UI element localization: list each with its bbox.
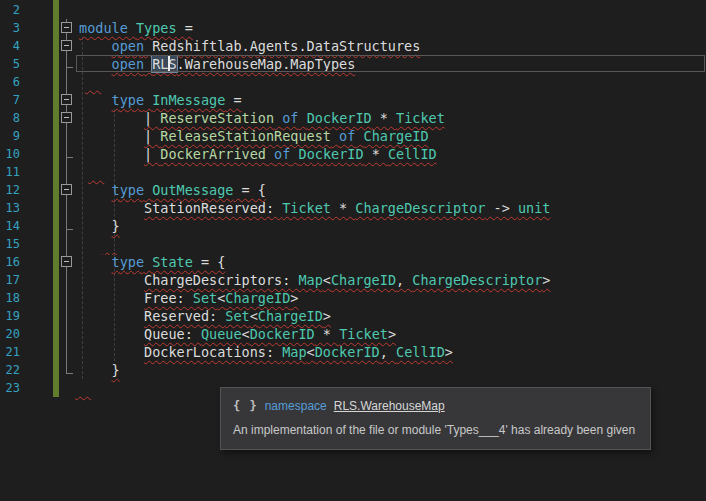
code-token: |: [144, 110, 160, 126]
code-token: = {: [233, 182, 266, 198]
code-line[interactable]: ChargeDescriptors: Map<ChargeID, ChargeD…: [144, 271, 550, 289]
code-line[interactable]: Reserved: Set<ChargeID>: [144, 307, 331, 325]
type-token: State: [152, 254, 193, 270]
code-token: ->: [485, 200, 518, 216]
fold-collapse-toggle[interactable]: [61, 184, 72, 195]
keyword-token: type: [112, 254, 145, 270]
code-line[interactable]: }: [112, 361, 120, 379]
code-token: >: [323, 308, 331, 324]
type-token: Queue: [201, 326, 242, 342]
text-caret: [168, 56, 170, 71]
fold-collapse-toggle[interactable]: [61, 40, 72, 51]
code-token: >: [542, 272, 550, 288]
code-token: [144, 92, 152, 108]
fold-collapse-toggle[interactable]: [61, 22, 72, 33]
code-token: <: [242, 326, 250, 342]
error-tooltip: { } namespace RLS.WarehouseMap An implem…: [220, 387, 651, 450]
code-token: *: [315, 326, 339, 342]
line-number: 7: [0, 91, 20, 109]
code-token: StationReserved:: [144, 200, 282, 216]
code-line[interactable]: type State = {: [112, 253, 226, 271]
code-line[interactable]: type OutMessage = {: [112, 181, 266, 199]
code-token: >: [290, 290, 298, 306]
code-token: <: [307, 344, 315, 360]
line-number: 8: [0, 109, 20, 127]
minus-icon: [64, 117, 69, 118]
type-token: Ticket: [282, 200, 331, 216]
fold-guide-line: [66, 55, 67, 73]
fold-region-end: [66, 229, 73, 230]
code-line[interactable]: Queue: Queue<DockerID * Ticket>: [144, 325, 396, 343]
fold-collapse-toggle[interactable]: [61, 94, 72, 105]
code-line[interactable]: | ReserveStation of DockerID * Ticket: [144, 109, 445, 127]
type-token: Ticket: [339, 326, 388, 342]
line-number: 18: [0, 289, 20, 307]
code-token: [274, 110, 282, 126]
line-number: 14: [0, 217, 20, 235]
type-token: Set: [193, 290, 217, 306]
line-number: 11: [0, 163, 20, 181]
minus-icon: [64, 27, 69, 28]
code-line[interactable]: module Types =: [79, 19, 193, 37]
type-token: CellID: [396, 344, 445, 360]
fold-guide-line: [66, 235, 67, 253]
line-number: 16: [0, 253, 20, 271]
code-token: >: [388, 326, 396, 342]
fold-guide-line: [66, 73, 67, 91]
code-line[interactable]: DockerLocations: Map<DockerID, CellID>: [144, 343, 453, 361]
code-line[interactable]: type InMessage =: [112, 91, 242, 109]
code-line[interactable]: open Redshiftlab.Agents.DataStructures: [112, 37, 421, 55]
fold-guide-line: [66, 145, 67, 163]
line-number: 12: [0, 181, 20, 199]
line-number: 3: [0, 19, 20, 37]
type-token: DockerID: [315, 344, 380, 360]
fold-guide-line: [66, 217, 67, 235]
minus-icon: [64, 189, 69, 190]
fold-region-end: [66, 157, 73, 158]
fold-guide-line: [66, 199, 67, 217]
code-token: [128, 20, 136, 36]
code-token: [355, 128, 363, 144]
line-number: 17: [0, 271, 20, 289]
fold-guide-line: [66, 343, 67, 361]
line-number: 21: [0, 343, 20, 361]
line-number: 2: [0, 1, 20, 19]
type-token: InMessage: [152, 92, 225, 108]
line-number: 19: [0, 307, 20, 325]
code-token: <: [250, 308, 258, 324]
fold-region-end: [66, 373, 73, 374]
fold-guide-line: [66, 289, 67, 307]
keyword-token: of: [282, 110, 298, 126]
type-token: ChargeDescriptor: [355, 200, 485, 216]
code-token: [290, 146, 298, 162]
fold-collapse-toggle[interactable]: [61, 112, 72, 123]
tooltip-symbol-link[interactable]: RLS.WarehouseMap: [334, 399, 445, 413]
tooltip-symbol-kind: namespace: [265, 399, 327, 413]
fold-collapse-toggle[interactable]: [61, 256, 72, 267]
fold-guide-line: [66, 163, 67, 181]
union-case-token: ReserveStation: [160, 110, 274, 126]
code-line[interactable]: | ReleaseStationRequest of ChargeID: [144, 127, 429, 145]
namespace-braces-icon: { }: [233, 399, 258, 413]
type-token: ChargeID: [364, 128, 429, 144]
current-line-highlight: [76, 55, 705, 72]
code-token: =: [225, 92, 241, 108]
type-token: DockerID: [250, 326, 315, 342]
minus-icon: [64, 45, 69, 46]
line-number: 5: [0, 55, 20, 73]
code-line[interactable]: Free: Set<ChargeID>: [144, 289, 298, 307]
type-token: Types: [136, 20, 177, 36]
keyword-token: open: [112, 38, 145, 54]
code-line[interactable]: }: [112, 217, 120, 235]
code-token: *: [331, 200, 355, 216]
code-line[interactable]: StationReserved: Ticket * ChargeDescript…: [144, 199, 550, 217]
type-token: Map: [298, 272, 322, 288]
line-number: 22: [0, 361, 20, 379]
fold-guide-line: [66, 271, 67, 289]
code-token: <: [323, 272, 331, 288]
code-editor[interactable]: 23module Types =4open Redshiftlab.Agents…: [0, 0, 706, 501]
error-squiggle-stub: [102, 235, 118, 253]
type-token: ChargeID: [258, 308, 323, 324]
line-number: 20: [0, 325, 20, 343]
code-line[interactable]: | DockerArrived of DockerID * CellID: [144, 145, 437, 163]
